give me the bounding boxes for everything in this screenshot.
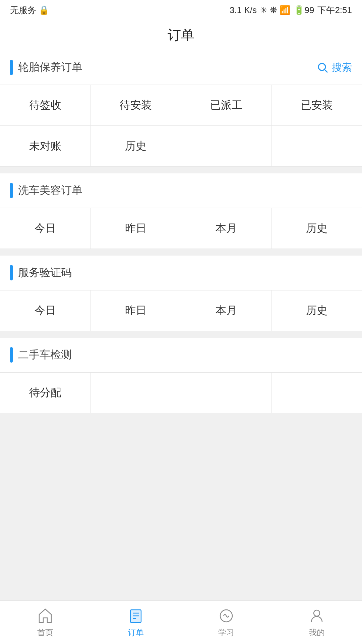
section-service-code-title: 服务验证码: [18, 265, 72, 280]
mine-icon: [308, 607, 325, 625]
section-tire-title: 轮胎保养订单: [18, 60, 82, 75]
tire-empty-1: [181, 126, 272, 167]
status-no-service: 无服务 🔒: [10, 4, 49, 16]
section-carwash: 洗车美容订单 今日 昨日 本月 历史: [0, 173, 362, 249]
search-icon: [316, 61, 328, 73]
service-code-history[interactable]: 历史: [272, 290, 362, 331]
section-used-car-accent: [10, 347, 13, 363]
status-icons: ✳ ❋ 📶: [260, 5, 290, 15]
svg-point-7: [314, 610, 320, 616]
status-battery: 🔋99: [294, 5, 314, 15]
tire-history[interactable]: 历史: [90, 126, 181, 167]
section-service-code: 服务验证码 今日 昨日 本月 历史: [0, 256, 362, 331]
carwash-yesterday[interactable]: 昨日: [90, 208, 181, 249]
section-tire-title-wrapper: 轮胎保养订单: [10, 60, 82, 75]
bottom-nav: 首页 订单 学习 我的: [0, 600, 362, 644]
section-service-code-header: 服务验证码: [0, 256, 362, 290]
carwash-today[interactable]: 今日: [0, 208, 90, 249]
nav-mine[interactable]: 我的: [272, 604, 362, 641]
nav-home[interactable]: 首页: [0, 604, 90, 641]
main-content: 轮胎保养订单 搜索 待签收 待安装 已派工 已安装 未对账 历史: [0, 50, 362, 600]
bottom-spacer: [0, 420, 362, 433]
carwash-month[interactable]: 本月: [181, 208, 272, 249]
service-code-month[interactable]: 本月: [181, 290, 272, 331]
service-code-yesterday[interactable]: 昨日: [90, 290, 181, 331]
search-button[interactable]: 搜索: [316, 61, 352, 74]
section-carwash-header: 洗车美容订单: [0, 173, 362, 208]
section-carwash-accent: [10, 183, 13, 198]
tire-dispatched[interactable]: 已派工: [181, 85, 272, 126]
carwash-grid: 今日 昨日 本月 历史: [0, 208, 362, 249]
section-carwash-title: 洗车美容订单: [18, 183, 82, 198]
svg-line-1: [325, 70, 328, 73]
status-right: 3.1 K/s ✳ ❋ 📶 🔋99 下午2:51: [230, 4, 352, 16]
tire-pending-install[interactable]: 待安装: [90, 85, 181, 126]
tire-grid-row1: 待签收 待安装 已派工 已安装: [0, 85, 362, 126]
tire-unreconciled[interactable]: 未对账: [0, 126, 90, 167]
status-speed: 3.1 K/s: [230, 5, 257, 15]
section-tire: 轮胎保养订单 搜索 待签收 待安装 已派工 已安装 未对账 历史: [0, 50, 362, 167]
nav-learn-label: 学习: [218, 627, 234, 638]
nav-mine-label: 我的: [309, 627, 325, 638]
order-icon: [127, 607, 144, 625]
used-car-empty-3: [272, 373, 362, 413]
section-tire-header: 轮胎保养订单 搜索: [0, 50, 362, 85]
search-label: 搜索: [332, 61, 352, 74]
section-carwash-title-wrapper: 洗车美容订单: [10, 183, 82, 198]
section-used-car-header: 二手车检测: [0, 338, 362, 372]
home-icon: [37, 607, 54, 625]
title-bar: 订单: [0, 20, 362, 50]
service-code-grid: 今日 昨日 本月 历史: [0, 290, 362, 331]
status-time: 下午2:51: [317, 4, 352, 16]
learn-icon: [218, 607, 235, 625]
nav-learn[interactable]: 学习: [181, 604, 272, 641]
nav-order-label: 订单: [128, 627, 144, 638]
section-tire-accent: [10, 60, 13, 75]
section-used-car-title-wrapper: 二手车检测: [10, 347, 72, 363]
nav-home-label: 首页: [37, 627, 53, 638]
section-used-car-title: 二手车检测: [18, 347, 72, 362]
section-used-car: 二手车检测 待分配: [0, 338, 362, 413]
section-service-code-title-wrapper: 服务验证码: [10, 265, 72, 280]
carwash-history[interactable]: 历史: [272, 208, 362, 249]
used-car-grid: 待分配: [0, 372, 362, 413]
svg-point-0: [318, 63, 325, 70]
used-car-pending-assign[interactable]: 待分配: [0, 373, 90, 413]
status-bar: 无服务 🔒 3.1 K/s ✳ ❋ 📶 🔋99 下午2:51: [0, 0, 362, 20]
nav-order[interactable]: 订单: [90, 604, 181, 641]
section-service-code-accent: [10, 265, 13, 280]
used-car-empty-1: [90, 373, 181, 413]
service-code-today[interactable]: 今日: [0, 290, 90, 331]
tire-empty-2: [272, 126, 362, 167]
page-title: 订单: [168, 26, 194, 44]
tire-grid-row2: 未对账 历史: [0, 126, 362, 167]
tire-installed[interactable]: 已安装: [272, 85, 362, 126]
tire-pending-sign[interactable]: 待签收: [0, 85, 90, 126]
used-car-empty-2: [181, 373, 272, 413]
